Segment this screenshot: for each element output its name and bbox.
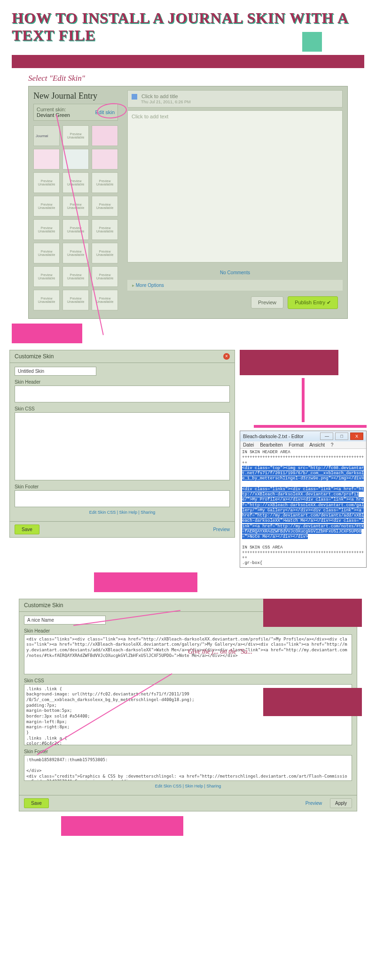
- current-skin-value: Deviant Green: [37, 112, 70, 118]
- callout-block: [263, 599, 362, 627]
- skin-tile[interactable]: Preview Unavailable: [33, 219, 60, 240]
- skin-tile[interactable]: [33, 149, 60, 170]
- menu-item[interactable]: Bearbeiten: [260, 442, 282, 448]
- skin-tile[interactable]: Preview Unavailable: [92, 266, 118, 287]
- header-textarea[interactable]: [15, 386, 230, 402]
- notepad-filename: Bleach-darksole-2.txt - Editor: [243, 434, 304, 439]
- journal-entry-panel: New Journal Entry Current skin: Deviant …: [28, 86, 348, 319]
- skin-grid: Journal Preview Unavailable Preview Unav…: [33, 125, 118, 310]
- callout-block: [240, 350, 338, 375]
- annotation-text: Give the j... on the "Sa...: [188, 648, 252, 656]
- preview-link[interactable]: Preview: [213, 527, 230, 532]
- label: Skin Header: [15, 379, 230, 385]
- apply-button[interactable]: Apply: [330, 798, 352, 808]
- connector-line: [302, 378, 305, 422]
- title-input[interactable]: Click to add title Thu Jul 21, 2011, 6:2…: [127, 90, 343, 108]
- skin-tile[interactable]: Preview Unavailable: [33, 172, 60, 193]
- customize-title: Customize Skin: [15, 353, 54, 360]
- panel-heading: New Journal Entry: [33, 91, 118, 101]
- footer-textarea[interactable]: :thumb185892847::thumb157953805: </div> …: [24, 755, 352, 781]
- skin-tile[interactable]: Preview Unavailable: [33, 243, 60, 263]
- callout-block: [61, 816, 183, 836]
- skin-tile[interactable]: [92, 125, 118, 146]
- skin-tile[interactable]: Journal: [33, 125, 60, 146]
- customize-links[interactable]: Edit Skin CSS | Skin Help | Sharing: [24, 781, 352, 791]
- preview-link[interactable]: Preview: [306, 801, 322, 806]
- menu-item[interactable]: Datei: [243, 442, 254, 448]
- skin-tile[interactable]: Preview Unavailable: [63, 266, 89, 287]
- skin-name-input[interactable]: Untitled Skin: [15, 367, 96, 376]
- skin-tile[interactable]: Preview Unavailable: [92, 196, 118, 216]
- footer-textarea[interactable]: [15, 490, 230, 507]
- connector-line: [254, 425, 367, 428]
- accent-square: [302, 32, 322, 52]
- menu-item[interactable]: Ansicht: [309, 442, 325, 448]
- save-button[interactable]: Save: [15, 525, 39, 534]
- skin-tile[interactable]: Preview Unavailable: [33, 196, 60, 216]
- notepad-menu[interactable]: Datei Bearbeiten Format Ansicht ?: [240, 441, 366, 449]
- callout-block: [263, 688, 362, 716]
- customize-title: Customize Skin: [24, 602, 63, 609]
- css-textarea[interactable]: [15, 412, 230, 480]
- skin-tile[interactable]: Preview Unavailable: [63, 290, 89, 310]
- callout-block: [94, 572, 197, 592]
- close-icon[interactable]: X: [350, 432, 363, 440]
- current-skin-label: Current skin:: [37, 107, 70, 112]
- notepad-body[interactable]: IN SKIN HEADER AREA ++++++++++++++++++++…: [240, 449, 366, 567]
- journal-icon: [132, 94, 137, 100]
- selected-text: <div class="top"><img src="http://fc08.d…: [242, 466, 364, 481]
- preview-button[interactable]: Preview: [251, 296, 283, 309]
- body-placeholder: Click to add text: [132, 114, 168, 119]
- label: Skin Footer: [15, 484, 230, 489]
- customize-links[interactable]: Edit Skin CSS | Skin Help | Sharing: [15, 507, 230, 517]
- callout-block: [12, 324, 82, 343]
- entry-date: Thu Jul 21, 2011, 6:26 PM: [141, 100, 338, 104]
- no-comments: No Comments: [127, 270, 343, 275]
- notepad-window: Bleach-darksole-2.txt - Editor — □ X Dat…: [240, 431, 367, 568]
- save-button[interactable]: Save: [24, 798, 49, 808]
- skin-tile[interactable]: Preview Unavailable: [92, 219, 118, 240]
- maximize-icon[interactable]: □: [335, 432, 348, 440]
- skin-tile[interactable]: Preview Unavailable: [92, 243, 118, 263]
- title-placeholder: Click to add title: [141, 93, 178, 99]
- publish-button[interactable]: Publish Entry ✔: [288, 296, 338, 309]
- label: Skin Footer: [24, 749, 352, 754]
- skin-tile[interactable]: Preview Unavailable: [33, 290, 60, 310]
- body-textarea[interactable]: Click to add text: [127, 110, 343, 262]
- step-1-label: Select "Edit Skin": [28, 74, 348, 83]
- skin-tile[interactable]: Preview Unavailable: [92, 172, 118, 193]
- skin-tile[interactable]: Preview Unavailable: [63, 219, 89, 240]
- skin-tile[interactable]: Preview Unavailable: [63, 172, 89, 193]
- intro-block: [12, 55, 364, 68]
- skin-tile[interactable]: [92, 149, 118, 170]
- selected-text: <div class="links"><div class="link"><a …: [242, 487, 364, 539]
- menu-item[interactable]: Format: [289, 442, 304, 448]
- skin-tile[interactable]: Preview Unavailable: [33, 266, 60, 287]
- more-options[interactable]: More Options: [127, 280, 343, 291]
- menu-item[interactable]: ?: [331, 442, 334, 448]
- customize-titlebar: Customize Skin ×: [9, 350, 235, 363]
- close-icon[interactable]: ×: [223, 353, 230, 360]
- label: Skin CSS: [15, 406, 230, 411]
- skin-tile[interactable]: Preview Unavailable: [63, 125, 89, 146]
- minimize-icon[interactable]: —: [320, 432, 333, 440]
